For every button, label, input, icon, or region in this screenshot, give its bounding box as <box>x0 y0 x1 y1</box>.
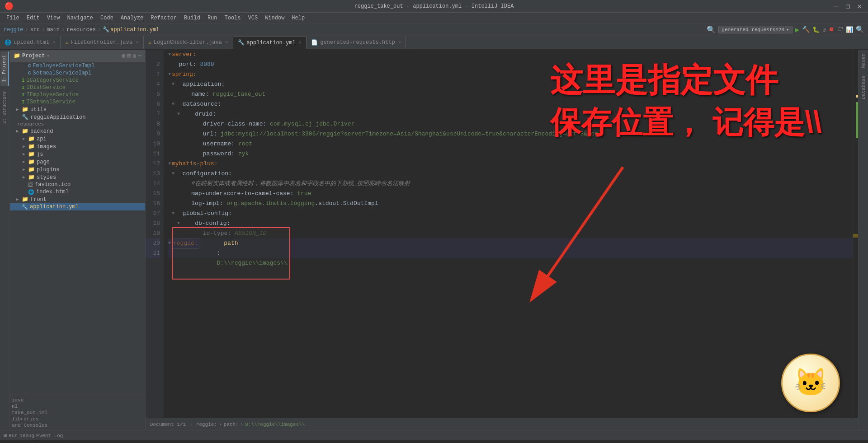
tab-application-yml[interactable]: 🔧 application.yml × <box>233 36 307 49</box>
tree-item-index-html[interactable]: 🌐 index.html <box>10 188 145 196</box>
project-tool-close[interactable]: — <box>138 52 142 60</box>
tree-item-utils[interactable]: ▶ 📁 utils <box>10 106 145 113</box>
tree-item-resources[interactable]: resources <box>10 121 145 127</box>
menu-edit[interactable]: Edit <box>24 14 42 22</box>
tab-logincheckfilter[interactable]: ☕ LoginCheckFilter.java × <box>144 36 233 49</box>
tree-expand-arrow[interactable]: ▶ <box>16 107 22 112</box>
project-panel-tab[interactable]: 1: Project <box>0 51 9 86</box>
tree-expand-arrow[interactable]: ▶ <box>23 144 28 149</box>
breadcrumb-main[interactable]: main <box>47 27 60 33</box>
breadcrumb-resources[interactable]: resources <box>66 27 96 33</box>
breadcrumb-reggie[interactable]: reggie <box>4 27 23 33</box>
fav-nl[interactable]: nl <box>10 403 145 410</box>
project-dropdown-icon[interactable]: ▾ <box>47 53 49 59</box>
tab-upload-html[interactable]: 🌐 upload.html × <box>0 36 61 49</box>
coverage-button[interactable]: 🛡 <box>837 26 843 33</box>
menu-vcs[interactable]: VCS <box>245 14 261 22</box>
fav-libraries[interactable]: libraries <box>10 416 145 422</box>
debug-button[interactable]: 🐛 <box>812 26 820 33</box>
fav-java[interactable]: java <box>10 397 145 403</box>
tree-item-isetmealservice[interactable]: I ISetmealService <box>10 98 145 106</box>
menu-file[interactable]: File <box>4 14 22 22</box>
tree-expand-arrow[interactable]: ▶ <box>23 136 28 141</box>
tab-filecontroller[interactable]: ☕ FileController.java × <box>61 36 144 49</box>
fav-and-consoles[interactable]: and Consoles <box>10 422 145 429</box>
maven-panel-label[interactable]: Maven <box>859 50 868 72</box>
stop-button[interactable]: ⏹ <box>829 26 835 33</box>
tree-item-styles[interactable]: ▶ 📁 styles <box>10 173 145 181</box>
nav-search-everywhere[interactable]: 🔍 <box>856 25 864 34</box>
window-controls[interactable]: — ❐ ✕ <box>832 2 863 11</box>
tree-expand-arrow[interactable]: ▶ <box>23 167 28 172</box>
tree-item-api[interactable]: ▶ 📁 api <box>10 135 145 143</box>
tree-expand-arrow[interactable]: ▶ <box>16 129 22 134</box>
fold-icon-20[interactable]: ▼ <box>168 238 171 248</box>
tree-item-reggieapplication[interactable]: 🔧 reggieApplication <box>10 113 145 121</box>
tree-item-front[interactable]: ▶ 📁 front <box>10 196 145 203</box>
menu-analyze[interactable]: Analyze <box>118 14 146 22</box>
tree-expand-arrow[interactable]: ▶ <box>23 175 28 180</box>
tab-upload-close[interactable]: × <box>52 40 56 45</box>
menu-run[interactable]: Run <box>205 14 220 22</box>
menu-code[interactable]: Code <box>98 14 116 22</box>
project-tool-plus[interactable]: ⊕ <box>122 52 126 60</box>
breadcrumb-file[interactable]: application.yml <box>110 27 159 33</box>
fold-icon-1[interactable]: ▼ <box>168 50 171 60</box>
fold-icon-12[interactable]: ▼ <box>168 159 171 169</box>
fold-icon-6[interactable]: ▼ <box>172 99 175 109</box>
tree-item-setmealserviceimpl[interactable]: C SetmealServiceImpl <box>10 70 145 77</box>
run-button[interactable]: ▶ <box>795 25 800 34</box>
tree-item-page[interactable]: ▶ 📁 page <box>10 158 145 166</box>
tab-logincheckfilter-close[interactable]: × <box>225 40 228 45</box>
bottom-debug-label[interactable]: Debug <box>19 433 34 438</box>
tree-expand-arrow[interactable]: ▶ <box>23 159 28 164</box>
close-button[interactable]: ✕ <box>855 2 863 11</box>
tree-item-iemployeeservice[interactable]: I IEmployeeService <box>10 91 145 98</box>
fold-icon-17[interactable]: ▼ <box>172 209 175 219</box>
run-config-selector[interactable]: generated-requests#20 ▾ <box>718 26 792 33</box>
tree-item-backend[interactable]: ▶ 📁 backend <box>10 127 145 135</box>
minimize-button[interactable]: — <box>832 2 840 10</box>
tree-item-images[interactable]: ▶ 📁 images <box>10 143 145 150</box>
bottom-run-label[interactable]: Run <box>9 433 18 438</box>
project-tool-gear[interactable]: ⚙ <box>132 52 136 60</box>
tree-item-application-yml[interactable]: 🔧 application.yml <box>10 203 145 210</box>
bottom-event-log[interactable]: Event Log <box>36 433 63 438</box>
tree-expand-arrow[interactable]: ▶ <box>23 152 28 157</box>
menu-refactor[interactable]: Refactor <box>148 14 179 22</box>
profiler-button[interactable]: 📊 <box>846 26 853 33</box>
fold-icon-4[interactable]: ▼ <box>172 79 175 89</box>
tree-item-favicon[interactable]: 🖼 favicon.ico <box>10 181 145 188</box>
tree-item-plugins[interactable]: ▶ 📁 plugins <box>10 166 145 173</box>
fold-icon-3[interactable]: ▼ <box>168 70 171 79</box>
code-content[interactable]: ▼ server: port: 8080 ▼ spring: ▼ <box>164 50 853 418</box>
build-button[interactable]: 🔨 <box>802 26 810 33</box>
menu-build[interactable]: Build <box>181 14 203 22</box>
tree-item-idishservice[interactable]: I IDishService <box>10 84 145 91</box>
maximize-button[interactable]: ❐ <box>844 2 852 11</box>
menu-tools[interactable]: Tools <box>222 14 244 22</box>
project-tool-layout[interactable]: ⊞ <box>127 52 131 60</box>
tab-application-close[interactable]: × <box>299 40 302 46</box>
code-editor[interactable]: 1 2 3 4 5 6 7 8 9 10 11 12 13 14 15 16 1… <box>146 50 858 418</box>
tab-generated-requests[interactable]: 📄 generated-requests.http × <box>307 36 406 49</box>
tab-generated-close[interactable]: × <box>398 40 401 45</box>
breadcrumb-src[interactable]: src <box>30 27 40 33</box>
nav-search-icon[interactable]: 🔍 <box>707 25 716 34</box>
database-panel-label[interactable]: Database <box>859 72 868 103</box>
rerun-button[interactable]: ↺ <box>822 26 826 33</box>
tree-item-icategoryservice[interactable]: I ICategoryService <box>10 77 145 84</box>
menu-help[interactable]: Help <box>289 14 307 22</box>
fold-icon-13[interactable]: ▼ <box>172 169 175 179</box>
menu-window[interactable]: Window <box>262 14 287 22</box>
tree-item-js[interactable]: ▶ 📁 js <box>10 150 145 158</box>
tree-expand-arrow[interactable]: ▶ <box>16 197 22 202</box>
menu-navigate[interactable]: Navigate <box>64 14 96 22</box>
fav-take-out-iml[interactable]: take_out.iml <box>10 410 145 416</box>
menu-view[interactable]: View <box>44 14 63 22</box>
fold-icon-7[interactable]: ▼ <box>177 109 180 119</box>
structure-panel-tab[interactable]: 2: Structure <box>1 88 9 127</box>
tree-item-employeeserviceimpl[interactable]: C EmployeeServiceImpl <box>10 62 145 70</box>
tab-filecontroller-close[interactable]: × <box>136 40 139 45</box>
bottom-terminal-icon[interactable]: ⊞ <box>4 432 7 439</box>
